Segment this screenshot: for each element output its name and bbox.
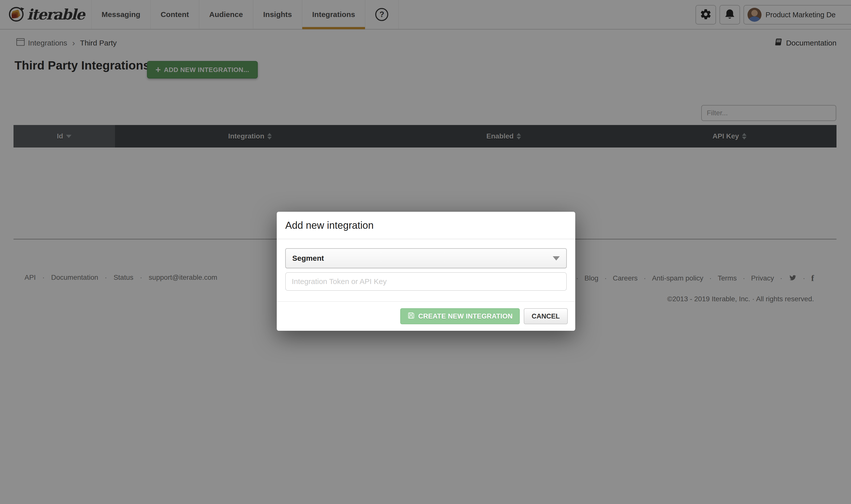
integration-type-selected-value: Segment (292, 254, 324, 263)
create-button-label: CREATE NEW INTEGRATION (418, 312, 513, 320)
modal-footer: CREATE NEW INTEGRATION CANCEL (277, 301, 575, 331)
cancel-button[interactable]: CANCEL (524, 308, 568, 324)
modal-header: Add new integration (277, 212, 575, 239)
modal-body: Segment (277, 239, 575, 301)
chevron-down-icon (553, 256, 560, 260)
integration-type-select[interactable]: Segment (285, 248, 567, 268)
save-icon (407, 312, 415, 321)
cancel-button-label: CANCEL (532, 312, 560, 320)
modal-title: Add new integration (285, 220, 374, 231)
add-integration-modal: Add new integration Segment CREATE NEW I… (277, 212, 575, 331)
integration-token-input[interactable] (285, 272, 567, 291)
create-new-integration-button[interactable]: CREATE NEW INTEGRATION (400, 308, 520, 324)
